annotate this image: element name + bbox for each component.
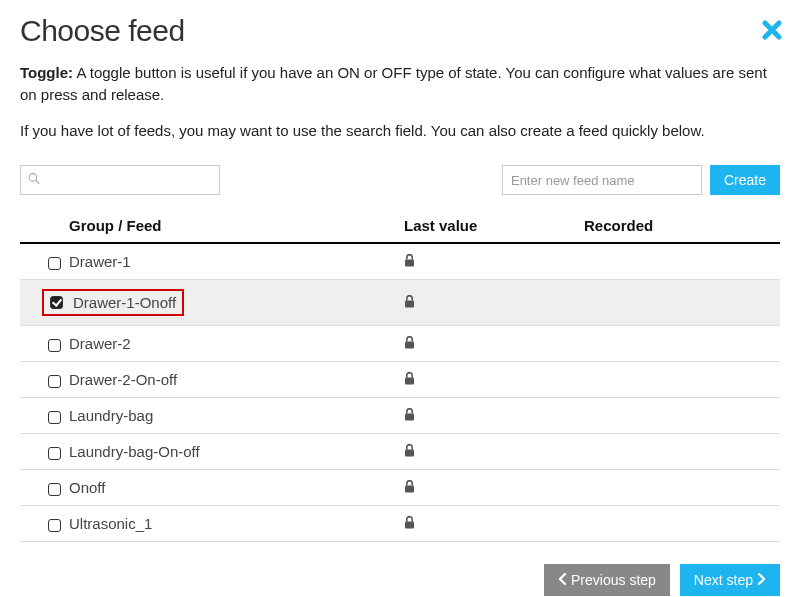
feed-name-label: Laundry-bag bbox=[65, 398, 400, 434]
svg-rect-4 bbox=[405, 342, 414, 349]
highlight-annotation: Drawer-1-Onoff bbox=[42, 289, 184, 316]
chevron-left-icon bbox=[558, 573, 567, 588]
feed-name-label: Onoff bbox=[65, 470, 400, 506]
close-icon[interactable] bbox=[762, 18, 782, 44]
next-step-button[interactable]: Next step bbox=[680, 564, 780, 596]
feed-checkbox[interactable] bbox=[48, 483, 61, 496]
table-row[interactable]: Laundry-bag-On-off bbox=[20, 434, 780, 470]
lock-icon bbox=[404, 374, 415, 388]
hint-text: If you have lot of feeds, you may want t… bbox=[20, 120, 780, 142]
table-row[interactable]: Drawer-2 bbox=[20, 326, 780, 362]
svg-point-0 bbox=[29, 174, 37, 182]
recorded-cell bbox=[580, 362, 780, 398]
col-checkbox-header bbox=[20, 211, 65, 243]
feed-name-label: Drawer-1 bbox=[65, 243, 400, 280]
lock-icon bbox=[404, 256, 415, 270]
table-row[interactable]: Drawer-1-Onoff bbox=[20, 280, 780, 326]
recorded-cell bbox=[580, 506, 780, 542]
lock-icon bbox=[404, 446, 415, 460]
feed-checkbox[interactable] bbox=[48, 257, 61, 270]
svg-rect-7 bbox=[405, 450, 414, 457]
chevron-right-icon bbox=[757, 573, 766, 588]
feed-name-label: Drawer-2-On-off bbox=[65, 362, 400, 398]
recorded-cell bbox=[580, 470, 780, 506]
svg-rect-9 bbox=[405, 522, 414, 529]
page-title: Choose feed bbox=[20, 14, 780, 48]
feed-checkbox[interactable] bbox=[48, 447, 61, 460]
svg-line-1 bbox=[36, 181, 39, 184]
col-recorded-header: Recorded bbox=[580, 211, 780, 243]
svg-rect-5 bbox=[405, 378, 414, 385]
description-text: Toggle: A toggle button is useful if you… bbox=[20, 62, 780, 106]
svg-rect-3 bbox=[405, 301, 414, 308]
table-row[interactable]: Drawer-1 bbox=[20, 243, 780, 280]
description-bold: Toggle: bbox=[20, 64, 73, 81]
lock-icon bbox=[404, 482, 415, 496]
feed-checkbox[interactable] bbox=[48, 519, 61, 532]
col-last-value-header: Last value bbox=[400, 211, 580, 243]
create-button[interactable]: Create bbox=[710, 165, 780, 195]
svg-rect-8 bbox=[405, 486, 414, 493]
recorded-cell bbox=[580, 243, 780, 280]
feed-name-label: Ultrasonic_1 bbox=[65, 506, 400, 542]
lock-icon bbox=[404, 410, 415, 424]
recorded-cell bbox=[580, 326, 780, 362]
feed-checkbox[interactable] bbox=[50, 296, 63, 309]
svg-rect-6 bbox=[405, 414, 414, 421]
feed-name-label: Laundry-bag-On-off bbox=[65, 434, 400, 470]
svg-rect-2 bbox=[405, 260, 414, 267]
feed-checkbox[interactable] bbox=[48, 339, 61, 352]
lock-icon bbox=[404, 338, 415, 352]
table-row[interactable]: Onoff bbox=[20, 470, 780, 506]
search-input[interactable] bbox=[20, 165, 220, 195]
col-name-header: Group / Feed bbox=[65, 211, 400, 243]
lock-icon bbox=[404, 297, 415, 311]
feed-name-label: Drawer-1-Onoff bbox=[73, 294, 176, 311]
recorded-cell bbox=[580, 398, 780, 434]
feed-checkbox[interactable] bbox=[48, 375, 61, 388]
table-row[interactable]: Drawer-2-On-off bbox=[20, 362, 780, 398]
new-feed-input[interactable] bbox=[502, 165, 702, 195]
lock-icon bbox=[404, 518, 415, 532]
feed-name-label: Drawer-2 bbox=[65, 326, 400, 362]
previous-step-label: Previous step bbox=[571, 572, 656, 588]
search-icon bbox=[28, 173, 40, 188]
search-box bbox=[20, 165, 220, 195]
recorded-cell bbox=[580, 280, 780, 326]
feed-checkbox[interactable] bbox=[48, 411, 61, 424]
next-step-label: Next step bbox=[694, 572, 753, 588]
table-row[interactable]: Laundry-bag bbox=[20, 398, 780, 434]
feeds-table: Group / Feed Last value Recorded Drawer-… bbox=[20, 211, 780, 542]
table-row[interactable]: Ultrasonic_1 bbox=[20, 506, 780, 542]
recorded-cell bbox=[580, 434, 780, 470]
previous-step-button[interactable]: Previous step bbox=[544, 564, 670, 596]
